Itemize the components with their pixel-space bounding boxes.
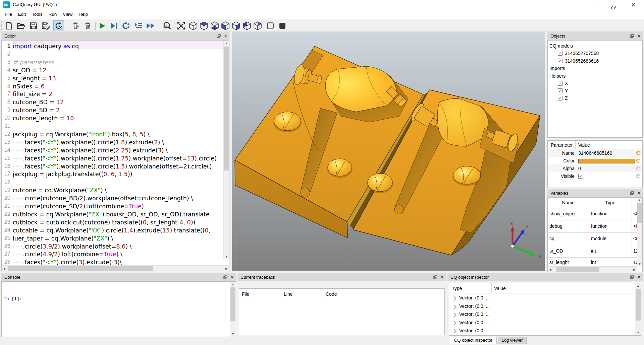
code-line-23[interactable]: cutblock = cutblock.cut(cutcone).transla… xyxy=(13,219,224,227)
code-line-3[interactable]: # parameters xyxy=(13,59,224,67)
inspector-close-icon[interactable]: ✕ xyxy=(637,275,641,280)
code-line-20[interactable]: ····.circle(cutcone_BD/2).workplane(offs… xyxy=(13,195,224,203)
helper-y-checkbox[interactable]: ✓ xyxy=(558,88,562,93)
wireframe-icon[interactable] xyxy=(265,20,276,31)
properties-table[interactable]: Parameter Value Name 3140646685160 Color… xyxy=(547,140,643,188)
var-row-4-name[interactable]: sr_lenght xyxy=(549,260,588,265)
console-close-icon[interactable]: ✕ xyxy=(230,275,234,280)
zoom-icon[interactable] xyxy=(161,20,172,31)
new-file-icon[interactable] xyxy=(4,20,14,31)
inspector-header-value[interactable]: Value xyxy=(494,286,506,291)
tree-group-imports[interactable]: Imports xyxy=(549,65,565,72)
menu-help[interactable]: Help xyxy=(75,10,91,19)
menu-run[interactable]: Run xyxy=(46,10,60,19)
tree-item-helper-y[interactable]: ✓ Y xyxy=(558,87,568,94)
fit-view-icon[interactable] xyxy=(176,20,186,31)
code-line-2[interactable] xyxy=(13,51,224,59)
title-bar[interactable]: cq CadQuery GUI (PyQT) – ✕ xyxy=(0,0,644,10)
traceback-header-line[interactable]: Line xyxy=(284,291,292,297)
code-line-16[interactable]: ····.faces("<Y").workplane().circle(1.5)… xyxy=(13,163,224,171)
tree-item-helper-x[interactable]: ✓ X xyxy=(558,80,568,87)
code-line-7[interactable]: fillet_size = 2 xyxy=(13,90,224,98)
code-line-5[interactable]: sr_lenght = 13 xyxy=(13,75,224,83)
code-line-10[interactable]: cutcone_length = 10 xyxy=(13,115,224,123)
save-as-icon[interactable] xyxy=(41,20,51,31)
close-button[interactable]: ✕ xyxy=(626,0,641,10)
view-left-icon[interactable] xyxy=(241,20,252,31)
chevron-right-icon[interactable]: ❯ xyxy=(453,321,457,325)
editor-vscrollbar[interactable]: ▲ ▼ xyxy=(223,41,229,259)
menu-file[interactable]: File xyxy=(2,10,15,19)
view-front-icon[interactable] xyxy=(220,20,231,31)
tab-log-viewer[interactable]: Log viewer xyxy=(498,337,527,344)
undo-name-icon[interactable] xyxy=(636,150,641,155)
code-line-8[interactable]: cutcone_BD = 12 xyxy=(13,98,224,107)
code-editor[interactable]: 1234567891011121314151617181920212223242… xyxy=(1,40,229,271)
code-line-4[interactable]: sr_OD = 12 xyxy=(13,67,224,75)
chevron-right-icon[interactable]: ❯ xyxy=(453,312,457,317)
code-line-12[interactable]: jackplug = cq.Workplane("front").box(5, … xyxy=(13,131,224,139)
editor-vscrollbar-thumb[interactable] xyxy=(224,47,229,170)
inspector-float-icon[interactable] xyxy=(630,275,634,279)
inspector-table[interactable]: Type Value ❯Vector: (0.0, ...❯Vector: (0… xyxy=(449,283,641,336)
reload-imports-icon[interactable] xyxy=(53,20,64,31)
traceback-close-icon[interactable]: ✕ xyxy=(440,275,444,280)
code-line-15[interactable]: ····.faces("<Y").workplane().circle(1.75… xyxy=(13,155,224,163)
chevron-right-icon[interactable]: ❯ xyxy=(453,329,457,333)
minimize-button[interactable]: – xyxy=(586,0,601,10)
undo-alpha-icon[interactable] xyxy=(636,165,641,171)
tree-group-helpers[interactable]: Helpers xyxy=(549,73,566,79)
prop-name-value[interactable]: 3140646685160 xyxy=(578,150,629,156)
step-over-icon[interactable] xyxy=(133,20,144,31)
view-right-icon[interactable] xyxy=(252,20,263,31)
prop-alpha-value[interactable]: 0 xyxy=(578,166,598,171)
debug-skip-icon[interactable] xyxy=(109,20,120,31)
view-bottom-icon[interactable] xyxy=(209,20,220,31)
model-2-checkbox[interactable]: ✓ xyxy=(558,59,562,63)
objects-tree[interactable]: CQ models ✓ 3140652707568 ✓ 314065268361… xyxy=(547,40,643,138)
traceback-header-code[interactable]: Code xyxy=(326,291,337,297)
trash-icon[interactable] xyxy=(83,20,93,31)
editor-hscrollbar-thumb[interactable] xyxy=(8,266,153,271)
code-line-21[interactable]: ····.circle(cutcone_SD/2).loft(combine=T… xyxy=(13,203,224,211)
tree-item-model-2[interactable]: ✓ 3140652683616 xyxy=(558,58,599,64)
undo-color-icon[interactable] xyxy=(636,158,641,163)
console-float-icon[interactable] xyxy=(223,275,227,279)
var-row-3-name[interactable]: sr_OD xyxy=(549,248,588,254)
inspector-row-0[interactable]: ❯Vector: (0.0, ... xyxy=(449,295,634,303)
code-line-14[interactable]: ····.faces("<Y").workplane().circle(2.25… xyxy=(13,147,224,155)
inspector-row-1[interactable]: ❯Vector: (0.0, ... xyxy=(449,303,634,312)
toolbar-drag-handle[interactable] xyxy=(1,21,2,30)
tab-cq-object-inspector[interactable]: CQ object inspector xyxy=(450,337,497,344)
menu-edit[interactable]: Edit xyxy=(15,10,29,19)
maximize-button[interactable] xyxy=(606,0,621,10)
save-icon[interactable] xyxy=(28,20,39,31)
variables-table[interactable]: Name Type show_object function <f debug … xyxy=(547,197,643,272)
run-icon[interactable] xyxy=(97,20,108,31)
variables-close-icon[interactable]: ✕ xyxy=(637,191,641,196)
traceback-table[interactable]: File Line Code xyxy=(239,288,445,335)
code-line-18[interactable] xyxy=(13,179,224,187)
inspector-header-type[interactable]: Type xyxy=(452,286,462,291)
code-line-22[interactable]: cutblock = cq.Workplane("ZX").box(sr_OD,… xyxy=(13,211,224,219)
view-iso-icon[interactable] xyxy=(188,20,199,31)
var-row-0-name[interactable]: show_object xyxy=(549,211,588,216)
view-back-icon[interactable] xyxy=(231,20,241,31)
traceback-header-file[interactable]: File xyxy=(242,291,250,297)
variables-float-icon[interactable] xyxy=(630,191,634,195)
inspector-row-4[interactable]: ❯Vector: (0.0, ... xyxy=(449,328,634,336)
code-line-11[interactable] xyxy=(13,123,224,131)
view-top-icon[interactable] xyxy=(199,20,209,31)
code-line-27[interactable]: ····.circle(4.9/2).loft(combine=True) \ xyxy=(13,251,224,259)
objects-float-icon[interactable] xyxy=(630,34,634,38)
var-row-1-name[interactable]: debug xyxy=(549,223,588,229)
editor-hscrollbar[interactable]: ◀ ▶ xyxy=(2,265,229,271)
code-line-26[interactable]: ····.circle(3.9/2).workplane(offset=8.6)… xyxy=(13,243,224,251)
fast-forward-icon[interactable] xyxy=(145,20,156,31)
console-panel[interactable]: In [1]: ▲ ▼ xyxy=(1,281,236,337)
delete-imported-icon[interactable] xyxy=(70,20,81,31)
debug-continue-icon[interactable] xyxy=(121,20,132,31)
shaded-icon[interactable] xyxy=(277,20,288,31)
traceback-float-icon[interactable] xyxy=(433,275,437,279)
chevron-right-icon[interactable]: ❯ xyxy=(453,304,457,309)
